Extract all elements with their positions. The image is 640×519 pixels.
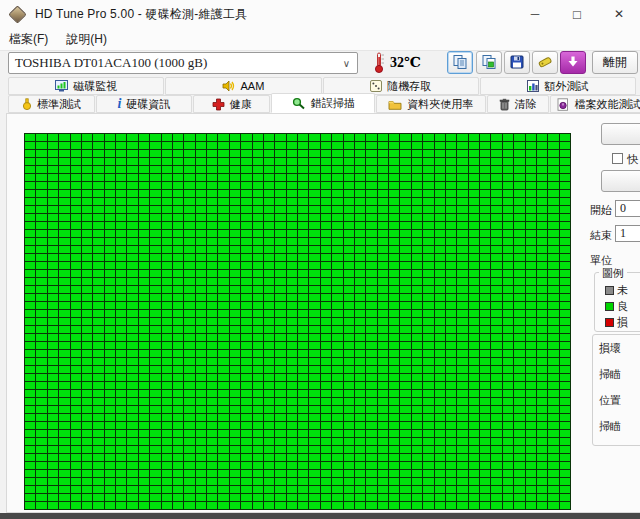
- tab-erase[interactable]: 清除: [487, 95, 549, 113]
- scan-block: [298, 454, 308, 461]
- scan-block: [446, 254, 456, 261]
- scan-block: [230, 374, 240, 381]
- options-button[interactable]: [532, 51, 558, 74]
- scan-block: [526, 358, 536, 365]
- scan-block: [366, 238, 376, 245]
- scan-block: [162, 502, 172, 509]
- scan-block: [230, 158, 240, 165]
- scan-block: [162, 150, 172, 157]
- scan-block: [25, 246, 35, 253]
- scan-block: [150, 494, 160, 501]
- scan-block: [241, 270, 251, 277]
- scan-block: [366, 150, 376, 157]
- scan-block: [400, 310, 410, 317]
- scan-block: [139, 294, 149, 301]
- scan-block: [253, 158, 263, 165]
- scan-block: [469, 350, 479, 357]
- end-position-input[interactable]: 1: [615, 225, 640, 242]
- close-button[interactable]: ✕: [598, 0, 640, 28]
- scan-block: [207, 486, 217, 493]
- scan-block: [298, 446, 308, 453]
- tab-file-benchmark[interactable]: 檔案效能測試: [550, 95, 640, 113]
- scan-block: [400, 318, 410, 325]
- scan-block: [537, 358, 547, 365]
- scan-block: [196, 446, 206, 453]
- tab-standard-test[interactable]: 標準測試: [8, 95, 95, 113]
- maximize-button[interactable]: □: [556, 0, 598, 28]
- scan-block: [400, 134, 410, 141]
- tab-label: 硬碟資訊: [126, 97, 170, 112]
- scan-block: [116, 254, 126, 261]
- drive-select[interactable]: TOSHIBA DT01ACA100 (1000 gB) ∨: [8, 52, 358, 74]
- scan-block: [48, 462, 58, 469]
- scan-block: [355, 230, 365, 237]
- scan-block: [218, 470, 228, 477]
- scan-block: [423, 134, 433, 141]
- scan-block: [207, 254, 217, 261]
- scan-block: [218, 134, 228, 141]
- scan-block: [93, 470, 103, 477]
- scan-block: [548, 454, 558, 461]
- scan-block: [48, 270, 58, 277]
- download-button[interactable]: [560, 51, 586, 74]
- scan-block: [548, 262, 558, 269]
- scan-block: [321, 254, 331, 261]
- tab-folder-usage[interactable]: 資料夾使用率: [376, 95, 485, 113]
- scan-block: [59, 230, 69, 237]
- exit-button[interactable]: 離開: [592, 51, 638, 74]
- scan-block: [241, 454, 251, 461]
- scan-block: [173, 254, 183, 261]
- tab-extra-tests[interactable]: 額外測試: [480, 77, 636, 95]
- scan-block: [366, 294, 376, 301]
- secondary-scan-button[interactable]: [601, 170, 640, 192]
- scan-block: [218, 270, 228, 277]
- scan-block: [25, 310, 35, 317]
- scan-block: [309, 142, 319, 149]
- scan-block: [446, 174, 456, 181]
- start-scan-button[interactable]: [601, 123, 640, 145]
- scan-block: [287, 262, 297, 269]
- scan-block: [184, 174, 194, 181]
- scan-block: [514, 358, 524, 365]
- scan-block: [332, 494, 342, 501]
- scan-block: [116, 358, 126, 365]
- copy-button[interactable]: [447, 51, 473, 74]
- scan-block: [378, 238, 388, 245]
- scan-block: [446, 454, 456, 461]
- scan-block: [36, 254, 46, 261]
- scan-block: [196, 270, 206, 277]
- tab-disk-monitor[interactable]: 磁碟監視: [8, 77, 164, 95]
- scan-block: [389, 366, 399, 373]
- tab-disk-info[interactable]: i 硬碟資訊: [96, 95, 192, 113]
- scan-block: [59, 270, 69, 277]
- menu-file[interactable]: 檔案(F): [0, 28, 57, 50]
- tab-health[interactable]: 健康: [193, 95, 270, 113]
- scan-block: [264, 302, 274, 309]
- scan-block: [218, 406, 228, 413]
- copy-image-button[interactable]: [476, 51, 502, 74]
- scan-block: [275, 294, 285, 301]
- scan-block: [59, 254, 69, 261]
- scan-block: [105, 446, 115, 453]
- start-position-input[interactable]: 0: [615, 200, 640, 217]
- scan-block: [435, 166, 445, 173]
- scan-block: [241, 142, 251, 149]
- minimize-button[interactable]: ─: [514, 0, 556, 28]
- scan-block: [435, 310, 445, 317]
- scan-block: [275, 406, 285, 413]
- scan-block: [116, 270, 126, 277]
- scan-block: [435, 358, 445, 365]
- quick-scan-checkbox[interactable]: [612, 153, 623, 164]
- scan-block: [48, 230, 58, 237]
- scan-block: [162, 190, 172, 197]
- scan-block: [275, 182, 285, 189]
- menu-help[interactable]: 說明(H): [57, 28, 116, 50]
- scan-block: [207, 494, 217, 501]
- save-button[interactable]: [504, 51, 530, 74]
- scan-block: [25, 294, 35, 301]
- scan-block: [71, 174, 81, 181]
- tab-error-scan[interactable]: 錯誤掃描: [271, 93, 375, 113]
- scan-block: [184, 446, 194, 453]
- scan-block: [264, 270, 274, 277]
- scan-block: [207, 462, 217, 469]
